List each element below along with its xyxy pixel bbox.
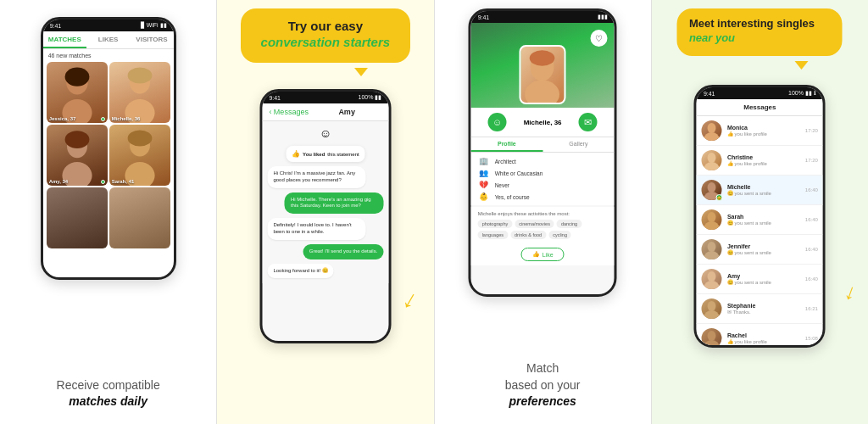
- yellow-arrow-4: ↓: [841, 278, 860, 307]
- tag-cycling: cycling: [548, 231, 571, 239]
- svg-point-11: [127, 130, 152, 146]
- msg-content-christine: Christine 👍 you like profile: [727, 154, 800, 166]
- msg-content-jennifer: Jennifer 😊 you sent a smile: [727, 243, 800, 255]
- match-amy[interactable]: Amy, 34: [47, 125, 108, 186]
- messages-list: Monica 👍 you like profile 17:20 Christin…: [697, 116, 823, 348]
- profile-info: 🏢 Architect 👥 White or Caucasian 💔 Never…: [471, 153, 615, 205]
- conversation-bubble: Try our easy conversation starters: [241, 8, 410, 63]
- tab-visitors[interactable]: VISITORS: [130, 31, 173, 48]
- msg-content-monica: Monica 👍 you like profile: [727, 125, 800, 137]
- avatar-michelle: 😊: [702, 180, 722, 200]
- tag-languages: languages: [478, 231, 508, 239]
- msg-item-amy[interactable]: Amy 😊 you sent a smile 16:40: [697, 265, 823, 294]
- avatar-amy: [702, 269, 722, 289]
- liked-statement: 👍 You liked this statement: [286, 146, 365, 162]
- msg-item-michelle[interactable]: 😊 Michelle 😊 you sent a smile 16:40: [697, 176, 823, 205]
- info-row-relationship: 💔 Never: [478, 181, 608, 189]
- tag-dancing: dancing: [557, 220, 581, 228]
- match-michelle-label: Michelle, 36: [112, 116, 141, 121]
- match-jessica-dot: [101, 117, 105, 121]
- matches-grid: Jessica, 37 Michelle, 36 Amy, 34: [43, 60, 174, 250]
- back-button[interactable]: ‹ Messages: [269, 108, 309, 116]
- svg-point-29: [708, 331, 716, 341]
- svg-point-17: [708, 153, 716, 163]
- avatar-rachel: [702, 328, 722, 348]
- svg-point-30: [704, 340, 720, 348]
- profile-name-center: Michelle, 36: [524, 119, 562, 126]
- tag-cinema: cinema/movies: [515, 220, 554, 228]
- yellow-arrow-2: ↓: [398, 284, 423, 315]
- panel-3-bottom: Match based on your preferences: [435, 360, 651, 410]
- avatar-jennifer: [702, 239, 722, 259]
- match-extra2[interactable]: [109, 187, 170, 248]
- status-time: 9:41: [50, 23, 62, 29]
- msg-sent-2: Great! I'll send you the details.: [303, 244, 384, 259]
- avatar-monica: [702, 120, 722, 141]
- status-bar-4: 9:41 100% ▮▮ ℹ: [697, 87, 823, 99]
- chat-header: ‹ Messages Amy: [262, 103, 388, 121]
- like-button-row: 👍 Like: [471, 243, 615, 265]
- profile-interests: Michelle enjoys these activities the mos…: [471, 207, 615, 243]
- svg-point-23: [708, 242, 716, 252]
- match-sarah-label: Sarah, 41: [112, 179, 135, 184]
- match-jessica[interactable]: Jessica, 37: [47, 62, 108, 123]
- status-icons: ▊ WiFi ▮▮: [141, 22, 167, 29]
- svg-point-2: [64, 67, 89, 86]
- svg-point-19: [708, 182, 716, 192]
- match-sarah[interactable]: Sarah, 41: [109, 125, 170, 186]
- phone-frame-chat: 9:41 100% ▮▮ ‹ Messages Amy ☺ 👍 You like…: [259, 89, 391, 343]
- status-bar-3: 9:41 ▮▮▮: [471, 11, 615, 23]
- match-extra1[interactable]: [47, 187, 108, 248]
- svg-point-15: [708, 123, 716, 133]
- avatar-stephanie: [702, 298, 722, 319]
- tag-drinks: drinks & food: [510, 231, 546, 239]
- msg-sent-1: Hi Michelle. There's an amazing gig this…: [285, 192, 383, 215]
- profile-avatar: [520, 45, 566, 104]
- interests-label: Michelle enjoys these activities the mos…: [478, 211, 608, 216]
- status-bar-2: 9:41 100% ▮▮: [262, 92, 388, 103]
- chat-name: Amy: [312, 108, 381, 116]
- svg-point-28: [704, 310, 720, 319]
- matches-tabs: MATCHES LIKES VISITORS: [43, 31, 174, 49]
- avatar-sarah: [702, 209, 722, 230]
- msg-received-2: Definitely! I would love to. I haven't b…: [267, 218, 365, 240]
- profile-header-image: ♡: [471, 23, 615, 108]
- message-action[interactable]: ✉: [579, 113, 598, 131]
- panel-matches: 9:41 ▊ WiFi ▮▮ MATCHES LIKES VISITORS 46…: [0, 0, 217, 424]
- phone-frame-profile: 9:41 ▮▮▮ ♡ ☺ Michelle, 36 ✉ Profile Gall…: [469, 8, 617, 297]
- like-button[interactable]: 👍 Like: [521, 248, 565, 261]
- match-michelle[interactable]: Michelle, 36: [109, 62, 170, 123]
- status-bar-1: 9:41 ▊ WiFi ▮▮: [43, 20, 174, 31]
- tab-profile-view[interactable]: Profile: [471, 137, 543, 152]
- tag-photography: photography: [478, 220, 513, 228]
- tab-matches[interactable]: MATCHES: [43, 31, 86, 48]
- msg-item-christine[interactable]: Christine 👍 you like profile 17:20: [697, 146, 823, 176]
- tab-gallery[interactable]: Gallery: [542, 137, 615, 152]
- svg-point-5: [127, 67, 152, 83]
- msg-item-stephanie[interactable]: Stephanie ✉ Thanks. 16:21: [697, 294, 823, 324]
- tab-likes[interactable]: LIKES: [86, 31, 130, 48]
- heart-icon[interactable]: ♡: [591, 30, 608, 47]
- info-row-children: 👶 Yes, of course: [478, 192, 608, 201]
- phone-frame-messages: 9:41 100% ▮▮ ℹ Messages Monica 👍 you lik…: [694, 85, 826, 348]
- svg-point-8: [64, 131, 89, 148]
- msg-content-michelle: Michelle 😊 you sent a smile: [727, 184, 800, 196]
- msg-content-amy: Amy 😊 you sent a smile: [727, 273, 800, 285]
- msg-content-sarah: Sarah 😊 you sent a smile: [727, 214, 800, 226]
- msg-item-jennifer[interactable]: Jennifer 😊 you sent a smile 16:40: [697, 235, 823, 265]
- interest-tags: photography cinema/movies dancing langua…: [478, 220, 608, 239]
- msg-item-rachel[interactable]: Rachel 👍 you like profile 15:08: [697, 324, 823, 348]
- svg-point-14: [530, 50, 555, 66]
- msg-content-stephanie: Stephanie ✉ Thanks.: [727, 303, 800, 315]
- panel-conversation: Try our easy conversation starters 9:41 …: [217, 0, 434, 424]
- msg-item-monica[interactable]: Monica 👍 you like profile 17:20: [697, 116, 823, 146]
- msg-item-sarah[interactable]: Sarah 😊 you sent a smile 16:40: [697, 205, 823, 235]
- svg-point-25: [708, 271, 716, 282]
- info-row-ethnicity: 👥 White or Caucasian: [478, 169, 608, 177]
- phone-frame-matches: 9:41 ▊ WiFi ▮▮ MATCHES LIKES VISITORS 46…: [41, 17, 176, 280]
- info-row-job: 🏢 Architect: [478, 157, 608, 165]
- chat-body: ☺ 👍 You liked this statement Hi Chris! I…: [262, 121, 388, 283]
- msg-received-1: Hi Chris! I'm a massive jazz fan. Any go…: [267, 166, 365, 188]
- profile-tabs: Profile Gallery: [471, 137, 615, 153]
- smiley-action[interactable]: ☺: [488, 113, 507, 131]
